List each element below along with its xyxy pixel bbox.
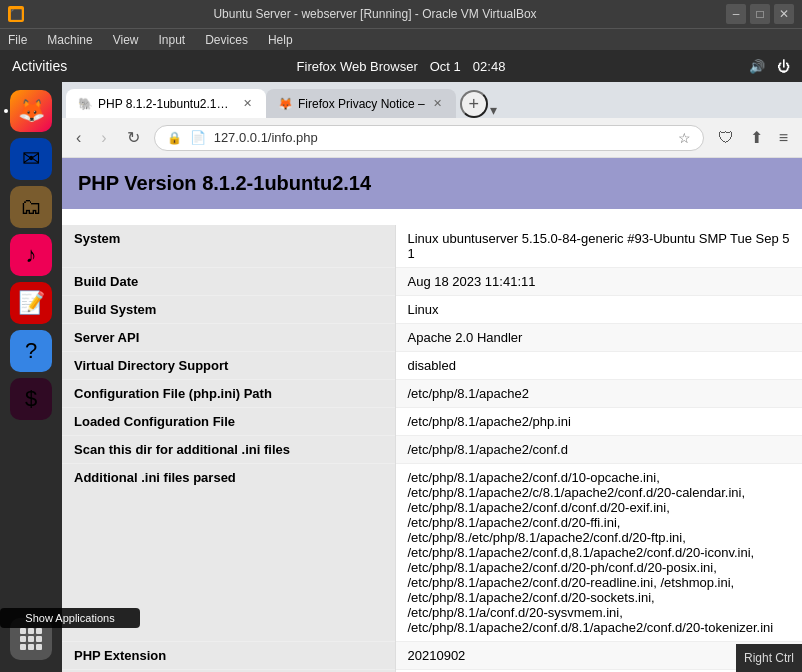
- window-controls: – □ ✕: [726, 4, 794, 24]
- nav-bar: ‹ › ↻ 🔒 📄 127.0.0.1/info.php ☆ 🛡 ⬆ ≡: [62, 118, 802, 158]
- tab-privacy[interactable]: 🦊 Firefox Privacy Notice – ✕: [266, 89, 456, 118]
- bookmark-icon[interactable]: ☆: [678, 130, 691, 146]
- tab-close-phpinfo[interactable]: ✕: [241, 95, 254, 112]
- table-key: Configuration File (php.ini) Path: [62, 380, 395, 408]
- files-icon: 🗂: [20, 194, 42, 220]
- table-row: System Linux ubuntuserver 5.15.0-84-gene…: [62, 225, 802, 268]
- menu-help[interactable]: Help: [264, 33, 297, 47]
- browser-area: 🐘 PHP 8.1.2-1ubuntu2.14 - ph… ✕ 🦊 Firefo…: [62, 82, 802, 672]
- table-row: Build Date Aug 18 2023 11:41:11: [62, 268, 802, 296]
- table-value: /etc/php/8.1/apache2/conf.d/10-opcache.i…: [395, 464, 802, 642]
- sidebar-icon-files[interactable]: 🗂: [10, 186, 52, 228]
- virtualbox-icon: ⬛: [8, 6, 24, 22]
- menu-bar: File Machine View Input Devices Help: [0, 28, 802, 50]
- browser-chrome: 🐘 PHP 8.1.2-1ubuntu2.14 - ph… ✕ 🦊 Firefo…: [62, 82, 802, 158]
- page-content: PHP Version 8.1.2-1ubuntu2.14 System Lin…: [62, 158, 802, 672]
- table-value: Linux ubuntuserver 5.15.0-84-generic #93…: [395, 225, 802, 268]
- table-row: Additional .ini files parsed /etc/php/8.…: [62, 464, 802, 642]
- new-tab-button[interactable]: +: [460, 90, 488, 118]
- sidebar-icon-thunderbird[interactable]: ✉: [10, 138, 52, 180]
- menu-devices[interactable]: Devices: [201, 33, 252, 47]
- table-row: Scan this dir for additional .ini files …: [62, 436, 802, 464]
- terminal-icon: $: [25, 386, 37, 412]
- table-value: /etc/php/8.1/apache2/conf.d: [395, 436, 802, 464]
- sidebar-icon-writer[interactable]: 📝: [10, 282, 52, 324]
- sidebar-icon-firefox[interactable]: 🦊: [10, 90, 52, 132]
- table-value: /etc/php/8.1/apache2/php.ini: [395, 408, 802, 436]
- table-row: Virtual Directory Support disabled: [62, 352, 802, 380]
- volume-icon[interactable]: 🔊: [749, 59, 765, 74]
- table-value: /etc/php/8.1/apache2: [395, 380, 802, 408]
- tab-title-phpinfo: PHP 8.1.2-1ubuntu2.14 - ph…: [98, 97, 235, 111]
- menu-input[interactable]: Input: [155, 33, 190, 47]
- menu-machine[interactable]: Machine: [43, 33, 96, 47]
- php-version-title: PHP Version 8.1.2-1ubuntu2.14: [78, 172, 786, 195]
- menu-view[interactable]: View: [109, 33, 143, 47]
- power-icon[interactable]: ⏻: [777, 59, 790, 74]
- tab-favicon-privacy: 🦊: [278, 97, 292, 111]
- help-icon: ?: [25, 338, 37, 364]
- taskbar: Right Ctrl: [736, 644, 802, 672]
- sidebar-icon-help[interactable]: ?: [10, 330, 52, 372]
- window-title: Ubuntu Server - webserver [Running] - Or…: [32, 7, 718, 21]
- minimize-button[interactable]: –: [726, 4, 746, 24]
- menu-file[interactable]: File: [4, 33, 31, 47]
- table-row: Build System Linux: [62, 296, 802, 324]
- table-value: disabled: [395, 352, 802, 380]
- gnome-right-icons: 🔊 ⏻: [749, 59, 790, 74]
- tab-bar: 🐘 PHP 8.1.2-1ubuntu2.14 - ph… ✕ 🦊 Firefo…: [62, 82, 802, 118]
- main-area: 🦊 ✉ 🗂 ♪ 📝 ? $ Show Applicatio: [0, 82, 802, 672]
- reload-button[interactable]: ↻: [121, 124, 146, 151]
- nav-right-buttons: 🛡 ⬆ ≡: [712, 124, 794, 151]
- table-value: Apache 2.0 Handler: [395, 324, 802, 352]
- table-key: Build System: [62, 296, 395, 324]
- page-icon: 📄: [190, 130, 206, 145]
- table-value: Linux: [395, 296, 802, 324]
- table-key: Virtual Directory Support: [62, 352, 395, 380]
- php-version-header: PHP Version 8.1.2-1ubuntu2.14: [62, 158, 802, 209]
- table-key: Build Date: [62, 268, 395, 296]
- rhythmbox-icon: ♪: [26, 242, 37, 268]
- gnome-bar: Activities Firefox Web Browser Oct 1 02:…: [0, 50, 802, 82]
- table-row: Loaded Configuration File /etc/php/8.1/a…: [62, 408, 802, 436]
- back-button[interactable]: ‹: [70, 125, 87, 151]
- writer-icon: 📝: [18, 290, 45, 316]
- menu-button[interactable]: ≡: [773, 124, 794, 151]
- tab-close-privacy[interactable]: ✕: [431, 95, 444, 112]
- table-key: Server API: [62, 324, 395, 352]
- address-text[interactable]: 127.0.0.1/info.php: [214, 130, 670, 145]
- table-key: System: [62, 225, 395, 268]
- table-key: Loaded Configuration File: [62, 408, 395, 436]
- security-icon: 🔒: [167, 131, 182, 145]
- sidebar-icon-terminal[interactable]: $: [10, 378, 52, 420]
- gnome-time: 02:48: [473, 59, 506, 74]
- sidebar-icon-rhythmbox[interactable]: ♪: [10, 234, 52, 276]
- address-bar[interactable]: 🔒 📄 127.0.0.1/info.php ☆: [154, 125, 704, 151]
- phpinfo-table: System Linux ubuntuserver 5.15.0-84-gene…: [62, 225, 802, 672]
- tab-phpinfo[interactable]: 🐘 PHP 8.1.2-1ubuntu2.14 - ph… ✕: [66, 89, 266, 118]
- right-ctrl-label: Right Ctrl: [744, 651, 794, 665]
- tab-favicon-phpinfo: 🐘: [78, 97, 92, 111]
- shield-icon[interactable]: 🛡: [712, 124, 740, 151]
- gnome-center: Firefox Web Browser Oct 1 02:48: [297, 59, 506, 74]
- sidebar: 🦊 ✉ 🗂 ♪ 📝 ? $ Show Applicatio: [0, 82, 62, 672]
- tab-title-privacy: Firefox Privacy Notice –: [298, 97, 425, 111]
- tab-list-button[interactable]: ▾: [490, 102, 497, 118]
- table-row: Server API Apache 2.0 Handler: [62, 324, 802, 352]
- forward-button[interactable]: ›: [95, 125, 112, 151]
- firefox-icon: 🦊: [18, 98, 45, 124]
- share-button[interactable]: ⬆: [744, 124, 769, 151]
- activities-button[interactable]: Activities: [12, 58, 67, 74]
- thunderbird-icon: ✉: [22, 146, 40, 172]
- table-key: PHP Extension: [62, 642, 395, 670]
- maximize-button[interactable]: □: [750, 4, 770, 24]
- show-apps-grid-icon: [20, 628, 42, 650]
- active-indicator: [4, 109, 8, 113]
- close-button[interactable]: ✕: [774, 4, 794, 24]
- table-row: Configuration File (php.ini) Path /etc/p…: [62, 380, 802, 408]
- gnome-app-name: Firefox Web Browser: [297, 59, 418, 74]
- title-bar: ⬛ Ubuntu Server - webserver [Running] - …: [0, 0, 802, 28]
- table-row: PHP Extension 20210902: [62, 642, 802, 670]
- gnome-date: Oct 1: [430, 59, 461, 74]
- table-value: Aug 18 2023 11:41:11: [395, 268, 802, 296]
